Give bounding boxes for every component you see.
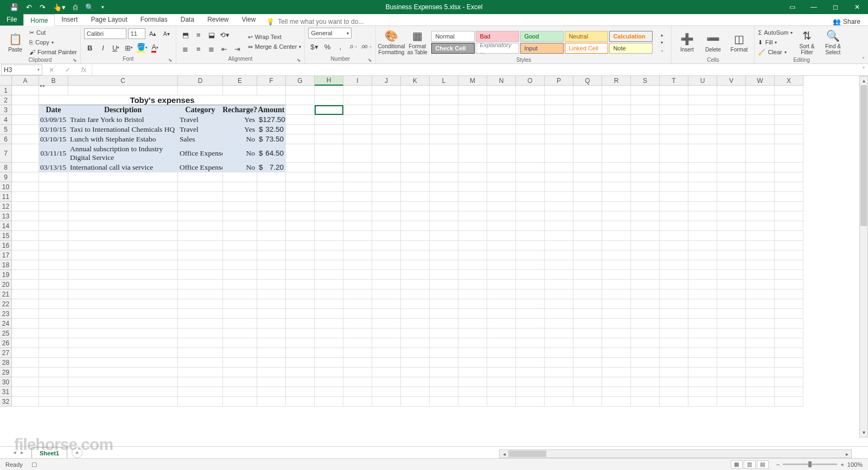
row-header-7[interactable]: 7	[0, 144, 12, 163]
cell-G27[interactable]	[286, 348, 315, 358]
cell-G23[interactable]	[286, 309, 315, 319]
cell-E29[interactable]	[223, 368, 257, 377]
cell-E12[interactable]	[223, 202, 257, 211]
page-break-view-button[interactable]: ▤	[757, 460, 769, 469]
cell-R4[interactable]	[602, 115, 631, 125]
cell-H25[interactable]	[315, 329, 343, 338]
column-header-C[interactable]: C	[68, 76, 178, 86]
close-button[interactable]: ✕	[846, 0, 868, 14]
cell-N19[interactable]	[487, 270, 516, 280]
cell-R17[interactable]	[602, 250, 631, 260]
row-header-19[interactable]: 19	[0, 270, 12, 280]
cell-U3[interactable]	[688, 105, 717, 115]
fill-color-button[interactable]: 🪣▾	[136, 42, 148, 54]
cell-A2[interactable]	[12, 95, 39, 105]
cell-G1[interactable]	[286, 86, 315, 95]
cell-A13[interactable]	[12, 211, 39, 221]
cell-E10[interactable]	[223, 182, 257, 192]
cell-I11[interactable]	[343, 192, 372, 202]
cell-H11[interactable]	[315, 192, 343, 202]
cell-S26[interactable]	[631, 338, 660, 348]
cell-V16[interactable]	[717, 241, 746, 250]
cell-U30[interactable]	[688, 377, 717, 387]
cell-I12[interactable]	[343, 202, 372, 211]
cell-I29[interactable]	[343, 368, 372, 377]
cell-N12[interactable]	[487, 202, 516, 211]
vscroll-thumb[interactable]	[860, 85, 867, 226]
enter-formula-icon[interactable]: ✓	[65, 66, 71, 74]
row-header-27[interactable]: 27	[0, 348, 12, 358]
cell-W9[interactable]	[746, 172, 775, 182]
cell-J31[interactable]	[372, 387, 401, 397]
cell-P16[interactable]	[545, 241, 573, 250]
cell-V6[interactable]	[717, 134, 746, 144]
cell-O11[interactable]	[516, 192, 545, 202]
cell-Q14[interactable]	[573, 221, 602, 231]
cell-M16[interactable]	[458, 241, 487, 250]
cell-L15[interactable]	[430, 231, 458, 241]
cell-S30[interactable]	[631, 377, 660, 387]
cell-T3[interactable]	[660, 105, 688, 115]
cell-R3[interactable]	[602, 105, 631, 115]
cell-P6[interactable]	[545, 134, 573, 144]
collapse-ribbon-icon[interactable]: ˄	[862, 56, 865, 62]
cell-X1[interactable]	[775, 86, 803, 95]
cell-K12[interactable]	[401, 202, 430, 211]
cell-S27[interactable]	[631, 348, 660, 358]
cell-W20[interactable]	[746, 280, 775, 289]
cell-F23[interactable]	[257, 309, 286, 319]
cell-A4[interactable]	[12, 115, 39, 125]
cell-S9[interactable]	[631, 172, 660, 182]
row-header-32[interactable]: 32	[0, 397, 12, 407]
cell-S4[interactable]	[631, 115, 660, 125]
cell-M21[interactable]	[458, 289, 487, 299]
cell-U14[interactable]	[688, 221, 717, 231]
cell-B32[interactable]	[39, 397, 68, 407]
cell-E32[interactable]	[223, 397, 257, 407]
cell-R26[interactable]	[602, 338, 631, 348]
column-header-F[interactable]: F	[257, 76, 286, 86]
cell-A29[interactable]	[12, 368, 39, 377]
column-header-W[interactable]: W	[746, 76, 775, 86]
cell-L12[interactable]	[430, 202, 458, 211]
cell-W12[interactable]	[746, 202, 775, 211]
cell-X24[interactable]	[775, 319, 803, 329]
formula-input[interactable]	[92, 64, 859, 75]
cell-Q23[interactable]	[573, 309, 602, 319]
cell-P11[interactable]	[545, 192, 573, 202]
cell-W28[interactable]	[746, 358, 775, 368]
cell-N6[interactable]	[487, 134, 516, 144]
comma-button[interactable]: ,	[334, 41, 346, 53]
cell-R13[interactable]	[602, 211, 631, 221]
column-header-D[interactable]: D	[178, 76, 223, 86]
cell-F31[interactable]	[257, 387, 286, 397]
cell-D19[interactable]	[178, 270, 223, 280]
styles-more-icon[interactable]: ⌄	[656, 46, 668, 54]
zoom-slider[interactable]	[783, 463, 837, 465]
autosum-button[interactable]: ΣAutoSum▾	[758, 28, 793, 37]
cell-J3[interactable]	[372, 105, 401, 115]
cell-F5[interactable]: $32.50	[257, 125, 286, 134]
cell-K18[interactable]	[401, 260, 430, 270]
expand-formula-bar-icon[interactable]: ˅	[859, 66, 868, 74]
cell-K31[interactable]	[401, 387, 430, 397]
cell-U29[interactable]	[688, 368, 717, 377]
cell-O31[interactable]	[516, 387, 545, 397]
cell-W11[interactable]	[746, 192, 775, 202]
cell-K25[interactable]	[401, 329, 430, 338]
cell-S7[interactable]	[631, 144, 660, 163]
cell-Q13[interactable]	[573, 211, 602, 221]
row-header-24[interactable]: 24	[0, 319, 12, 329]
cell-D21[interactable]	[178, 289, 223, 299]
cell-U15[interactable]	[688, 231, 717, 241]
cell-C4[interactable]: Train fare York to Bristol	[68, 115, 178, 125]
cell-P7[interactable]	[545, 144, 573, 163]
cell-I10[interactable]	[343, 182, 372, 192]
cell-V28[interactable]	[717, 358, 746, 368]
zoom-value[interactable]: 100%	[847, 461, 863, 468]
cell-F1[interactable]	[257, 86, 286, 95]
column-header-K[interactable]: K	[401, 76, 430, 86]
cell-X8[interactable]	[775, 163, 803, 172]
merge-center-button[interactable]: ⇔Merge & Center▾	[248, 42, 302, 51]
cell-E5[interactable]: Yes	[223, 125, 257, 134]
